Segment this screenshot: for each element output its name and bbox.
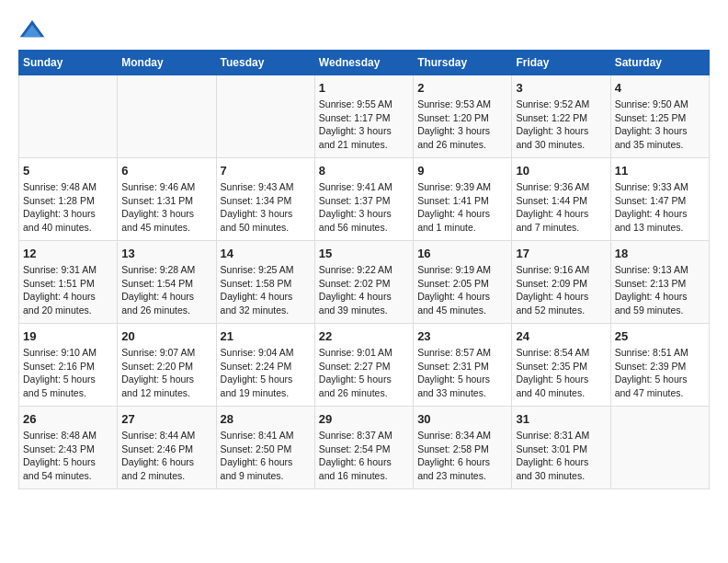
cell-content: Sunrise: 9:36 AM Sunset: 1:44 PM Dayligh… [516,180,606,235]
calendar-cell: 21Sunrise: 9:04 AM Sunset: 2:24 PM Dayli… [216,324,314,407]
day-number: 16 [417,247,507,260]
calendar-cell: 17Sunrise: 9:16 AM Sunset: 2:09 PM Dayli… [512,241,610,324]
cell-content: Sunrise: 9:28 AM Sunset: 1:54 PM Dayligh… [121,263,211,317]
day-number: 6 [121,164,211,178]
day-number: 25 [615,329,705,343]
cell-content: Sunrise: 9:16 AM Sunset: 2:09 PM Dayligh… [516,263,606,317]
calendar-cell: 11Sunrise: 9:33 AM Sunset: 1:47 PM Dayli… [610,158,709,241]
day-number: 17 [516,247,606,260]
day-number: 31 [516,412,606,426]
cell-content: Sunrise: 8:41 AM Sunset: 2:50 PM Dayligh… [221,429,311,483]
calendar-cell: 31Sunrise: 8:31 AM Sunset: 3:01 PM Dayli… [512,407,610,489]
calendar-cell: 7Sunrise: 9:43 AM Sunset: 1:34 PM Daylig… [216,158,314,241]
cell-content: Sunrise: 9:50 AM Sunset: 1:25 PM Dayligh… [615,98,705,152]
cell-content: Sunrise: 9:22 AM Sunset: 2:02 PM Dayligh… [319,263,409,317]
calendar-cell: 10Sunrise: 9:36 AM Sunset: 1:44 PM Dayli… [512,158,610,241]
cell-content: Sunrise: 8:34 AM Sunset: 2:58 PM Dayligh… [417,429,507,483]
calendar-cell [216,75,314,158]
day-number: 19 [23,329,113,343]
cell-content: Sunrise: 9:01 AM Sunset: 2:27 PM Dayligh… [319,346,409,400]
cell-content: Sunrise: 9:41 AM Sunset: 1:37 PM Dayligh… [319,180,409,235]
calendar-cell: 13Sunrise: 9:28 AM Sunset: 1:54 PM Dayli… [118,241,216,324]
calendar-cell: 26Sunrise: 8:48 AM Sunset: 2:43 PM Dayli… [19,407,118,489]
day-number: 15 [319,247,409,260]
calendar-cell: 6Sunrise: 9:46 AM Sunset: 1:31 PM Daylig… [118,158,216,241]
calendar-cell: 16Sunrise: 9:19 AM Sunset: 2:05 PM Dayli… [414,241,512,324]
day-number: 21 [221,329,311,343]
calendar-cell: 27Sunrise: 8:44 AM Sunset: 2:46 PM Dayli… [118,407,216,489]
header-wednesday: Wednesday [314,51,413,75]
cell-content: Sunrise: 9:48 AM Sunset: 1:28 PM Dayligh… [23,180,113,235]
calendar-cell: 28Sunrise: 8:41 AM Sunset: 2:50 PM Dayli… [216,407,314,489]
day-number: 27 [121,412,211,426]
day-number: 23 [417,329,507,343]
calendar-cell: 5Sunrise: 9:48 AM Sunset: 1:28 PM Daylig… [19,158,118,241]
week-row-2: 5Sunrise: 9:48 AM Sunset: 1:28 PM Daylig… [19,158,710,241]
calendar-cell: 19Sunrise: 9:10 AM Sunset: 2:16 PM Dayli… [19,324,118,407]
calendar-cell: 3Sunrise: 9:52 AM Sunset: 1:22 PM Daylig… [512,75,610,158]
day-number: 7 [221,164,311,178]
cell-content: Sunrise: 9:10 AM Sunset: 2:16 PM Dayligh… [23,346,113,400]
logo-icon [18,18,46,40]
header-friday: Friday [512,51,610,75]
day-number: 5 [23,164,113,178]
day-number: 18 [615,247,705,260]
cell-content: Sunrise: 9:25 AM Sunset: 1:58 PM Dayligh… [221,263,311,317]
day-number: 14 [221,247,311,260]
cell-content: Sunrise: 8:48 AM Sunset: 2:43 PM Dayligh… [23,429,113,483]
week-row-4: 19Sunrise: 9:10 AM Sunset: 2:16 PM Dayli… [19,324,710,407]
cell-content: Sunrise: 8:44 AM Sunset: 2:46 PM Dayligh… [121,429,211,483]
calendar-cell: 2Sunrise: 9:53 AM Sunset: 1:20 PM Daylig… [414,75,512,158]
day-number: 11 [615,164,705,178]
cell-content: Sunrise: 8:51 AM Sunset: 2:39 PM Dayligh… [615,346,705,400]
day-number: 8 [319,164,409,178]
cell-content: Sunrise: 9:13 AM Sunset: 2:13 PM Dayligh… [615,263,705,317]
calendar-cell [118,75,216,158]
cell-content: Sunrise: 9:33 AM Sunset: 1:47 PM Dayligh… [615,180,705,235]
day-number: 12 [23,247,113,260]
calendar-cell [610,407,709,489]
day-number: 4 [615,81,705,95]
calendar-cell: 20Sunrise: 9:07 AM Sunset: 2:20 PM Dayli… [118,324,216,407]
week-row-3: 12Sunrise: 9:31 AM Sunset: 1:51 PM Dayli… [19,241,710,324]
cell-content: Sunrise: 9:31 AM Sunset: 1:51 PM Dayligh… [23,263,113,317]
cell-content: Sunrise: 9:52 AM Sunset: 1:22 PM Dayligh… [516,98,606,152]
cell-content: Sunrise: 9:39 AM Sunset: 1:41 PM Dayligh… [417,180,507,235]
logo [18,18,50,40]
day-number: 26 [23,412,113,426]
header-sunday: Sunday [19,51,118,75]
calendar-cell: 9Sunrise: 9:39 AM Sunset: 1:41 PM Daylig… [414,158,512,241]
week-row-1: 1Sunrise: 9:55 AM Sunset: 1:17 PM Daylig… [19,75,710,158]
header-monday: Monday [118,51,216,75]
calendar-cell: 1Sunrise: 9:55 AM Sunset: 1:17 PM Daylig… [314,75,413,158]
cell-content: Sunrise: 9:19 AM Sunset: 2:05 PM Dayligh… [417,263,507,317]
calendar-cell: 25Sunrise: 8:51 AM Sunset: 2:39 PM Dayli… [610,324,709,407]
cell-content: Sunrise: 9:55 AM Sunset: 1:17 PM Dayligh… [319,98,409,152]
calendar-cell: 15Sunrise: 9:22 AM Sunset: 2:02 PM Dayli… [314,241,413,324]
cell-content: Sunrise: 9:53 AM Sunset: 1:20 PM Dayligh… [417,98,507,152]
calendar-cell: 12Sunrise: 9:31 AM Sunset: 1:51 PM Dayli… [19,241,118,324]
calendar-table: SundayMondayTuesdayWednesdayThursdayFrid… [18,50,710,489]
cell-content: Sunrise: 8:37 AM Sunset: 2:54 PM Dayligh… [319,429,409,483]
cell-content: Sunrise: 8:54 AM Sunset: 2:35 PM Dayligh… [516,346,606,400]
calendar-cell: 29Sunrise: 8:37 AM Sunset: 2:54 PM Dayli… [314,407,413,489]
day-number: 24 [516,329,606,343]
cell-content: Sunrise: 9:04 AM Sunset: 2:24 PM Dayligh… [221,346,311,400]
calendar-cell: 14Sunrise: 9:25 AM Sunset: 1:58 PM Dayli… [216,241,314,324]
header-tuesday: Tuesday [216,51,314,75]
calendar-cell: 24Sunrise: 8:54 AM Sunset: 2:35 PM Dayli… [512,324,610,407]
day-number: 1 [319,81,409,95]
cell-content: Sunrise: 8:31 AM Sunset: 3:01 PM Dayligh… [516,429,606,483]
calendar-cell: 23Sunrise: 8:57 AM Sunset: 2:31 PM Dayli… [414,324,512,407]
day-number: 29 [319,412,409,426]
day-number: 2 [417,81,507,95]
day-number: 28 [221,412,311,426]
header-thursday: Thursday [414,51,512,75]
calendar-cell: 4Sunrise: 9:50 AM Sunset: 1:25 PM Daylig… [610,75,709,158]
days-header-row: SundayMondayTuesdayWednesdayThursdayFrid… [19,51,710,75]
day-number: 9 [417,164,507,178]
day-number: 3 [516,81,606,95]
day-number: 22 [319,329,409,343]
cell-content: Sunrise: 9:07 AM Sunset: 2:20 PM Dayligh… [121,346,211,400]
calendar-cell: 8Sunrise: 9:41 AM Sunset: 1:37 PM Daylig… [314,158,413,241]
